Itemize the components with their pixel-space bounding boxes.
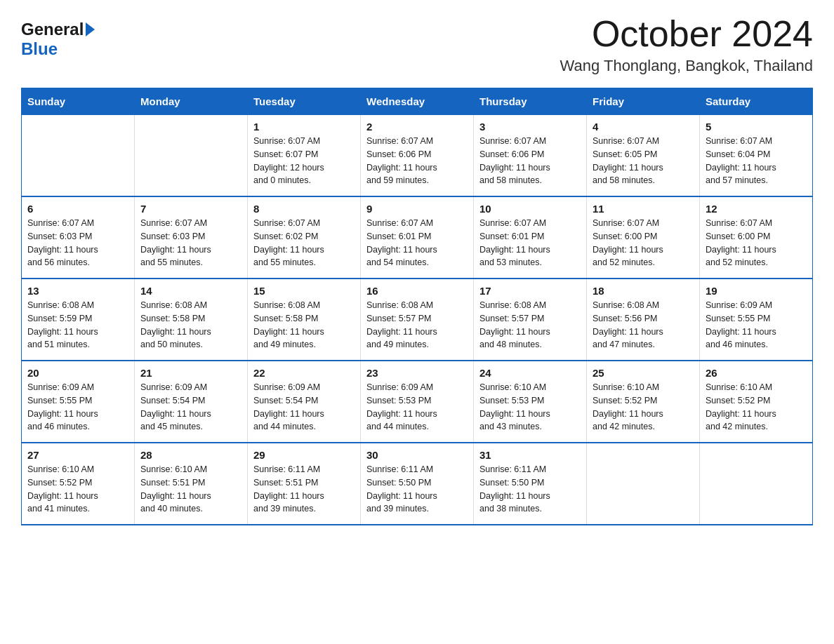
calendar-cell: 4Sunrise: 6:07 AM Sunset: 6:05 PM Daylig… xyxy=(587,115,700,197)
calendar-cell: 15Sunrise: 6:08 AM Sunset: 5:58 PM Dayli… xyxy=(248,279,361,361)
week-row-5: 27Sunrise: 6:10 AM Sunset: 5:52 PM Dayli… xyxy=(22,443,813,525)
day-info: Sunrise: 6:07 AM Sunset: 6:07 PM Dayligh… xyxy=(253,135,355,187)
day-info: Sunrise: 6:07 AM Sunset: 6:05 PM Dayligh… xyxy=(593,135,694,187)
day-info: Sunrise: 6:08 AM Sunset: 5:56 PM Dayligh… xyxy=(593,299,694,351)
day-info: Sunrise: 6:10 AM Sunset: 5:52 PM Dayligh… xyxy=(706,381,807,434)
day-info: Sunrise: 6:07 AM Sunset: 6:06 PM Dayligh… xyxy=(366,135,468,187)
day-info: Sunrise: 6:09 AM Sunset: 5:55 PM Dayligh… xyxy=(27,381,128,434)
calendar-header: SundayMondayTuesdayWednesdayThursdayFrid… xyxy=(22,88,813,115)
calendar-cell: 1Sunrise: 6:07 AM Sunset: 6:07 PM Daylig… xyxy=(248,115,361,197)
day-number: 27 xyxy=(27,449,128,461)
day-info: Sunrise: 6:10 AM Sunset: 5:51 PM Dayligh… xyxy=(140,463,241,516)
logo-general-text: General xyxy=(21,20,84,39)
logo-blue-text: Blue xyxy=(21,39,58,58)
day-info: Sunrise: 6:08 AM Sunset: 5:59 PM Dayligh… xyxy=(27,299,128,351)
day-number: 6 xyxy=(27,203,128,215)
calendar-cell: 8Sunrise: 6:07 AM Sunset: 6:02 PM Daylig… xyxy=(248,196,361,279)
day-info: Sunrise: 6:09 AM Sunset: 5:54 PM Dayligh… xyxy=(253,381,355,434)
calendar-cell: 10Sunrise: 6:07 AM Sunset: 6:01 PM Dayli… xyxy=(474,196,587,279)
calendar-cell xyxy=(135,115,248,197)
weekday-header-sunday: Sunday xyxy=(22,88,135,115)
calendar-cell: 30Sunrise: 6:11 AM Sunset: 5:50 PM Dayli… xyxy=(361,443,474,525)
day-info: Sunrise: 6:09 AM Sunset: 5:53 PM Dayligh… xyxy=(366,381,468,434)
calendar-cell: 7Sunrise: 6:07 AM Sunset: 6:03 PM Daylig… xyxy=(135,196,248,279)
day-number: 15 xyxy=(253,285,355,297)
weekday-header-monday: Monday xyxy=(135,88,248,115)
calendar-cell: 27Sunrise: 6:10 AM Sunset: 5:52 PM Dayli… xyxy=(22,443,135,525)
day-info: Sunrise: 6:07 AM Sunset: 6:00 PM Dayligh… xyxy=(706,217,807,269)
calendar-cell: 2Sunrise: 6:07 AM Sunset: 6:06 PM Daylig… xyxy=(361,115,474,197)
weekday-header-saturday: Saturday xyxy=(700,88,813,115)
calendar-cell xyxy=(700,443,813,525)
day-number: 25 xyxy=(593,367,694,379)
day-number: 10 xyxy=(479,203,581,215)
calendar-cell xyxy=(587,443,700,525)
day-info: Sunrise: 6:07 AM Sunset: 6:02 PM Dayligh… xyxy=(253,217,355,269)
day-number: 31 xyxy=(479,449,581,461)
week-row-4: 20Sunrise: 6:09 AM Sunset: 5:55 PM Dayli… xyxy=(22,361,813,443)
calendar-cell: 14Sunrise: 6:08 AM Sunset: 5:58 PM Dayli… xyxy=(135,279,248,361)
logo: General Blue xyxy=(21,14,95,59)
page-subtitle: Wang Thonglang, Bangkok, Thailand xyxy=(560,57,813,75)
calendar-cell: 13Sunrise: 6:08 AM Sunset: 5:59 PM Dayli… xyxy=(22,279,135,361)
day-number: 13 xyxy=(27,285,128,297)
day-number: 19 xyxy=(706,285,807,297)
title-block: October 2024 Wang Thonglang, Bangkok, Th… xyxy=(560,14,813,75)
day-info: Sunrise: 6:07 AM Sunset: 6:06 PM Dayligh… xyxy=(479,135,581,187)
weekday-header-row: SundayMondayTuesdayWednesdayThursdayFrid… xyxy=(22,88,813,115)
calendar-cell: 9Sunrise: 6:07 AM Sunset: 6:01 PM Daylig… xyxy=(361,196,474,279)
calendar-cell: 23Sunrise: 6:09 AM Sunset: 5:53 PM Dayli… xyxy=(361,361,474,443)
day-number: 29 xyxy=(253,449,355,461)
calendar-cell: 18Sunrise: 6:08 AM Sunset: 5:56 PM Dayli… xyxy=(587,279,700,361)
day-number: 18 xyxy=(593,285,694,297)
weekday-header-friday: Friday xyxy=(587,88,700,115)
day-number: 14 xyxy=(140,285,241,297)
day-number: 17 xyxy=(479,285,581,297)
calendar-cell: 20Sunrise: 6:09 AM Sunset: 5:55 PM Dayli… xyxy=(22,361,135,443)
calendar-cell: 31Sunrise: 6:11 AM Sunset: 5:50 PM Dayli… xyxy=(474,443,587,525)
day-info: Sunrise: 6:11 AM Sunset: 5:50 PM Dayligh… xyxy=(479,463,581,516)
day-info: Sunrise: 6:10 AM Sunset: 5:52 PM Dayligh… xyxy=(27,463,128,516)
calendar-cell: 11Sunrise: 6:07 AM Sunset: 6:00 PM Dayli… xyxy=(587,196,700,279)
day-number: 5 xyxy=(706,121,807,133)
day-number: 30 xyxy=(366,449,468,461)
day-info: Sunrise: 6:07 AM Sunset: 6:00 PM Dayligh… xyxy=(593,217,694,269)
calendar-cell: 16Sunrise: 6:08 AM Sunset: 5:57 PM Dayli… xyxy=(361,279,474,361)
calendar-cell: 12Sunrise: 6:07 AM Sunset: 6:00 PM Dayli… xyxy=(700,196,813,279)
day-info: Sunrise: 6:08 AM Sunset: 5:57 PM Dayligh… xyxy=(366,299,468,351)
calendar-cell: 25Sunrise: 6:10 AM Sunset: 5:52 PM Dayli… xyxy=(587,361,700,443)
page-header: General Blue October 2024 Wang Thonglang… xyxy=(21,14,813,75)
day-info: Sunrise: 6:07 AM Sunset: 6:04 PM Dayligh… xyxy=(706,135,807,187)
day-number: 28 xyxy=(140,449,241,461)
day-number: 8 xyxy=(253,203,355,215)
day-info: Sunrise: 6:07 AM Sunset: 6:03 PM Dayligh… xyxy=(27,217,128,269)
day-info: Sunrise: 6:09 AM Sunset: 5:54 PM Dayligh… xyxy=(140,381,241,434)
calendar-body: 1Sunrise: 6:07 AM Sunset: 6:07 PM Daylig… xyxy=(22,115,813,525)
calendar-cell: 26Sunrise: 6:10 AM Sunset: 5:52 PM Dayli… xyxy=(700,361,813,443)
day-number: 26 xyxy=(706,367,807,379)
day-info: Sunrise: 6:10 AM Sunset: 5:52 PM Dayligh… xyxy=(593,381,694,434)
day-number: 16 xyxy=(366,285,468,297)
calendar-cell: 5Sunrise: 6:07 AM Sunset: 6:04 PM Daylig… xyxy=(700,115,813,197)
day-number: 20 xyxy=(27,367,128,379)
calendar-cell: 19Sunrise: 6:09 AM Sunset: 5:55 PM Dayli… xyxy=(700,279,813,361)
calendar-cell: 21Sunrise: 6:09 AM Sunset: 5:54 PM Dayli… xyxy=(135,361,248,443)
day-number: 1 xyxy=(253,121,355,133)
day-number: 4 xyxy=(593,121,694,133)
day-info: Sunrise: 6:11 AM Sunset: 5:51 PM Dayligh… xyxy=(253,463,355,516)
calendar-cell: 3Sunrise: 6:07 AM Sunset: 6:06 PM Daylig… xyxy=(474,115,587,197)
week-row-1: 1Sunrise: 6:07 AM Sunset: 6:07 PM Daylig… xyxy=(22,115,813,197)
day-number: 21 xyxy=(140,367,241,379)
page-title: October 2024 xyxy=(560,14,813,54)
day-number: 7 xyxy=(140,203,241,215)
day-info: Sunrise: 6:08 AM Sunset: 5:58 PM Dayligh… xyxy=(140,299,241,351)
day-info: Sunrise: 6:07 AM Sunset: 6:01 PM Dayligh… xyxy=(366,217,468,269)
calendar-cell: 17Sunrise: 6:08 AM Sunset: 5:57 PM Dayli… xyxy=(474,279,587,361)
day-number: 11 xyxy=(593,203,694,215)
calendar-cell: 22Sunrise: 6:09 AM Sunset: 5:54 PM Dayli… xyxy=(248,361,361,443)
weekday-header-wednesday: Wednesday xyxy=(361,88,474,115)
day-number: 24 xyxy=(479,367,581,379)
calendar-cell xyxy=(22,115,135,197)
weekday-header-thursday: Thursday xyxy=(474,88,587,115)
day-info: Sunrise: 6:07 AM Sunset: 6:03 PM Dayligh… xyxy=(140,217,241,269)
